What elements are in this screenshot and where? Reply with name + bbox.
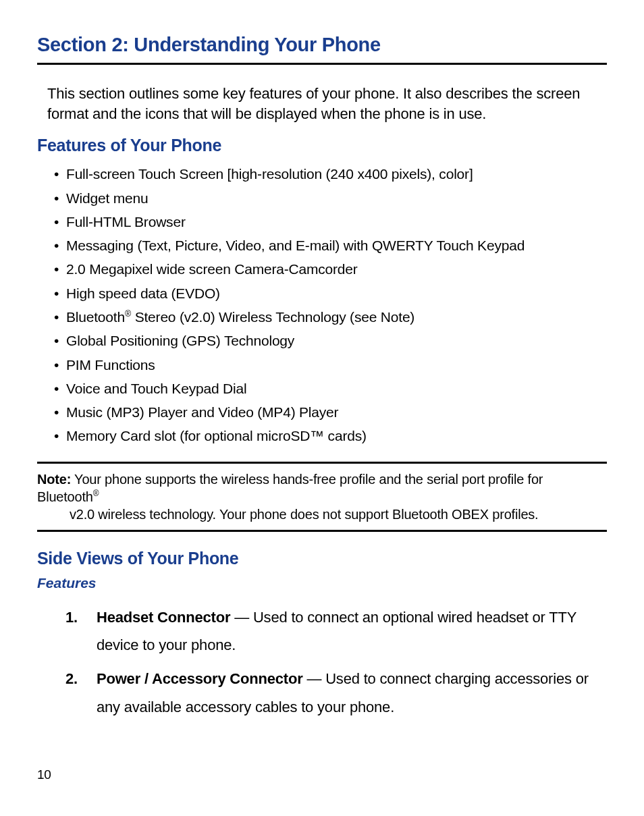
note-text-pre: Your phone supports the wireless hands-f… [37,472,543,504]
list-item: 2.0 Megapixel wide screen Camera-Camcord… [54,257,607,281]
list-item: Bluetooth® Stereo (v2.0) Wireless Techno… [54,305,607,329]
list-item: Full-HTML Browser [54,210,607,234]
numbered-item: 2. Power / Accessory Connector — Used to… [65,665,607,722]
note-line-2: v2.0 wireless technology. Your phone doe… [37,506,607,523]
note-divider-bottom [37,530,607,532]
list-item: High speed data (EVDO) [54,281,607,305]
features-subheading: Features [37,575,607,591]
list-number: 2. [65,665,97,722]
list-item: Full-screen Touch Screen [high-resolutio… [54,162,607,186]
bluetooth-text-post: Stereo (v2.0) Wireless Technology (see N… [131,309,414,325]
list-item: Voice and Touch Keypad Dial [54,377,607,400]
list-item: Music (MP3) Player and Video (MP4) Playe… [54,400,607,424]
registered-mark: ® [93,489,99,498]
section-title: Section 2: Understanding Your Phone [37,34,607,56]
numbered-content: Power / Accessory Connector — Used to co… [97,665,607,722]
side-views-heading: Side Views of Your Phone [37,549,607,568]
note-label: Note: [37,472,71,487]
item-title: Power / Accessory Connector [97,670,303,687]
list-item: Global Positioning (GPS) Technology [54,329,607,352]
intro-paragraph: This section outlines some key features … [47,84,607,124]
numbered-content: Headset Connector — Used to connect an o… [97,603,607,660]
registered-mark: ® [125,309,131,319]
numbered-item: 1. Headset Connector — Used to connect a… [65,603,607,660]
numbered-list: 1. Headset Connector — Used to connect a… [65,603,607,722]
note-line-1: Note: Your phone supports the wireless h… [37,470,607,506]
list-item: Messaging (Text, Picture, Video, and E-m… [54,234,607,257]
feature-list: Full-screen Touch Screen [high-resolutio… [54,162,607,447]
list-number: 1. [65,603,97,660]
title-divider [37,63,607,65]
list-item: Memory Card slot (for optional microSD™ … [54,424,607,447]
list-item: Widget menu [54,186,607,210]
list-item: PIM Functions [54,353,607,377]
bluetooth-text-pre: Bluetooth [66,309,125,325]
page-number: 10 [37,767,607,782]
item-title: Headset Connector [97,609,230,626]
features-heading: Features of Your Phone [37,136,607,155]
note-block: Note: Your phone supports the wireless h… [37,464,607,530]
